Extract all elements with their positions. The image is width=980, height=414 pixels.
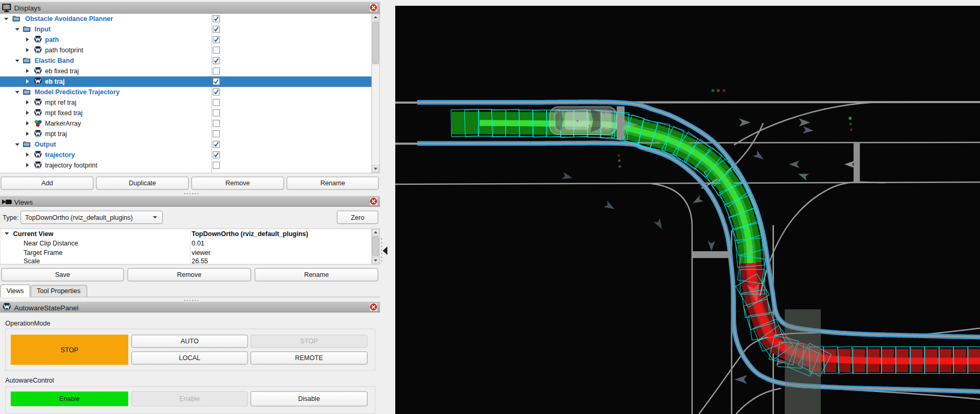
svg-text:trajectory: trajectory (45, 151, 75, 159)
svg-text:Output: Output (35, 141, 57, 148)
svg-text:Near Clip Distance: Near Clip Distance (24, 240, 78, 247)
svg-text:Input: Input (35, 26, 51, 33)
svg-text:Elastic Band: Elastic Band (35, 57, 74, 64)
svg-text:eb traj: eb traj (45, 78, 65, 85)
svg-text:Add: Add (41, 180, 53, 187)
svg-text:MarkerArray: MarkerArray (45, 120, 82, 127)
svg-text:STOP: STOP (300, 338, 318, 345)
svg-text:STOP: STOP (61, 346, 79, 354)
svg-text:Rename: Rename (320, 180, 345, 187)
svg-text:path footprint: path footprint (45, 47, 83, 54)
svg-text:mpt ref traj: mpt ref traj (45, 99, 76, 106)
svg-text:Rename: Rename (304, 271, 329, 278)
svg-text:Current View: Current View (13, 230, 53, 238)
svg-text:Remove: Remove (177, 271, 202, 278)
svg-text:AutowareStatePanel: AutowareStatePanel (14, 304, 79, 312)
svg-text:eb fixed traj: eb fixed traj (45, 68, 79, 75)
svg-text:Tool Properties: Tool Properties (37, 287, 80, 295)
svg-text:Model Predictive Trajectory: Model Predictive Trajectory (35, 88, 120, 96)
svg-text:0.01: 0.01 (192, 240, 204, 247)
svg-text:Duplicate: Duplicate (129, 180, 156, 187)
svg-text:AUTO: AUTO (181, 338, 199, 345)
svg-text:Type:: Type: (3, 214, 19, 221)
svg-text:path: path (45, 36, 59, 43)
svg-text:Scale: Scale (24, 258, 40, 265)
svg-text:Disable: Disable (298, 395, 320, 402)
svg-text:mpt traj: mpt traj (45, 130, 67, 138)
svg-text:Target Frame: Target Frame (24, 249, 62, 256)
svg-text:Obstacle Avoidance Planner: Obstacle Avoidance Planner (25, 15, 113, 23)
svg-text:Views: Views (6, 287, 24, 295)
svg-text:Views: Views (14, 198, 33, 206)
svg-text:viewer: viewer (192, 249, 210, 256)
svg-text:Remove: Remove (226, 180, 250, 187)
svg-text:Displays: Displays (14, 4, 41, 12)
svg-text:REMOTE: REMOTE (295, 354, 323, 362)
svg-text:Enable: Enable (180, 395, 200, 402)
svg-text:mpt fixed traj: mpt fixed traj (45, 109, 83, 117)
svg-text:AutowareControl: AutowareControl (5, 377, 54, 384)
svg-text:Save: Save (55, 271, 70, 278)
svg-text:LOCAL: LOCAL (179, 354, 201, 362)
svg-text:Enable: Enable (59, 395, 80, 402)
svg-text:26.55: 26.55 (192, 258, 208, 265)
svg-text:Zero: Zero (351, 214, 364, 221)
svg-text:TopDownOrtho (rviz_default_plu: TopDownOrtho (rviz_default_plugins) (192, 230, 308, 238)
svg-text:TopDownOrtho (rviz_default_plu: TopDownOrtho (rviz_default_plugins) (25, 214, 133, 221)
svg-text:OperationMode: OperationMode (5, 320, 50, 327)
svg-text:trajectory footprint: trajectory footprint (45, 162, 98, 169)
